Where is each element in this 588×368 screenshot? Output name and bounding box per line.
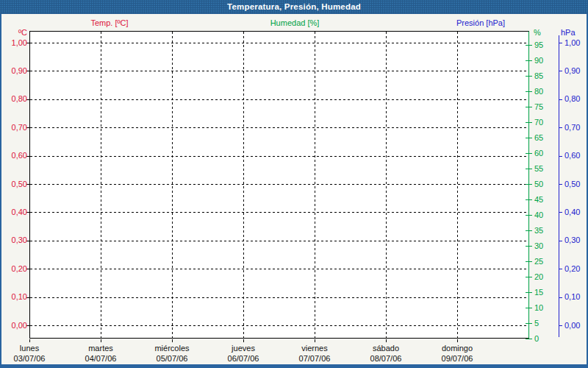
day-date-label: 07/07/06	[280, 354, 349, 364]
humidity-tick-label: 65	[534, 133, 543, 143]
pressure-tick-label: 0,60	[564, 151, 580, 160]
pressure-tick-label: 0,70	[564, 123, 580, 132]
legend-temperature: Temp. [ºC]	[65, 18, 154, 28]
pressure-tick-mark	[559, 127, 562, 128]
temp-axis-unit: ºC	[1, 28, 27, 38]
humidity-tick-mark	[526, 184, 532, 185]
day-gridline	[386, 32, 387, 339]
temp-tick-label: 0,40	[1, 208, 27, 217]
window-border-bottom	[0, 364, 588, 368]
day-gridline	[315, 32, 315, 339]
humidity-tick-label: 40	[534, 210, 543, 220]
pressure-tick-label: 0,30	[564, 236, 580, 245]
temp-tick-label: 0,20	[1, 264, 27, 274]
humidity-tick-label: 75	[534, 102, 543, 112]
humidity-tick-label: 25	[534, 257, 543, 266]
h-gridline	[30, 212, 528, 213]
day-date-label: 03/07/06	[0, 354, 64, 364]
day-name-label: domingo	[423, 344, 492, 353]
pressure-tick-mark	[559, 269, 562, 269]
humidity-tick-mark	[526, 169, 532, 169]
humidity-tick-mark	[526, 308, 532, 308]
h-gridline	[30, 127, 528, 128]
humidity-tick-mark	[526, 91, 532, 92]
pressure-tick-mark	[559, 99, 562, 100]
humidity-tick-label: 70	[534, 118, 543, 127]
h-gridline	[30, 325, 528, 326]
legend-humidity: Humedad [%]	[251, 18, 339, 28]
day-tick-mark	[457, 339, 458, 342]
day-tick-mark	[172, 339, 173, 342]
humidity-tick-label: 95	[534, 40, 543, 50]
humidity-tick-label: 10	[534, 303, 543, 313]
humidity-tick-mark	[526, 60, 532, 61]
humidity-tick-label: 30	[534, 241, 543, 251]
title-bar: Temperatura, Presión, Humedad	[0, 0, 588, 14]
humidity-tick-mark	[526, 277, 532, 277]
pressure-tick-mark	[559, 325, 562, 326]
day-date-label: 09/07/06	[423, 354, 492, 364]
pressure-tick-label: 0,90	[564, 66, 580, 76]
window-border-left	[0, 0, 1, 368]
humidity-tick-label: 80	[534, 87, 543, 96]
temp-tick-label: 0,00	[1, 321, 27, 330]
h-gridline	[30, 43, 528, 43]
humidity-tick-label: 15	[534, 288, 543, 297]
chart-window: Temperatura, Presión, Humedad Temp. [ºC]…	[0, 0, 588, 368]
day-tick-mark	[315, 339, 315, 342]
temp-tick-label: 0,10	[1, 292, 27, 302]
h-gridline	[30, 241, 528, 241]
humidity-tick-label: 45	[534, 195, 543, 205]
humidity-tick-label: 5	[534, 319, 539, 328]
pressure-tick-mark	[559, 212, 562, 213]
humidity-tick-label: 55	[534, 164, 543, 174]
humidity-tick-label: 85	[534, 71, 543, 81]
day-date-label: 06/07/06	[209, 354, 278, 364]
h-gridline	[30, 156, 528, 157]
pressure-tick-label: 0,00	[564, 321, 580, 330]
day-name-label: jueves	[209, 344, 278, 353]
pressure-tick-mark	[559, 156, 562, 157]
pressure-tick-mark	[559, 71, 562, 71]
plot-area	[29, 31, 529, 339]
humidity-tick-mark	[526, 230, 532, 231]
pressure-tick-mark	[559, 43, 562, 43]
day-name-label: miércoles	[137, 344, 207, 353]
h-gridline	[30, 184, 528, 185]
temp-tick-label: 1,00	[1, 38, 27, 48]
h-gridline	[30, 297, 528, 298]
h-gridline	[30, 269, 528, 269]
page-title: Temperatura, Presión, Humedad	[227, 2, 361, 11]
humidity-tick-mark	[526, 261, 532, 262]
day-date-label: 04/07/06	[66, 354, 135, 364]
humidity-tick-mark	[526, 122, 532, 123]
pressure-axis-unit: hPa	[561, 28, 576, 38]
h-gridline	[30, 71, 528, 71]
humidity-tick-mark	[526, 153, 532, 154]
humidity-tick-mark	[526, 199, 532, 200]
legend-pressure: Presión [hPa]	[437, 18, 525, 28]
humidity-tick-label: 35	[534, 226, 543, 236]
day-name-label: viernes	[280, 344, 349, 353]
day-name-label: lunes	[0, 344, 64, 353]
day-gridline	[243, 32, 244, 339]
pressure-tick-label: 0,40	[564, 208, 580, 217]
pressure-tick-mark	[559, 184, 562, 185]
day-date-label: 05/07/06	[137, 354, 207, 364]
temp-tick-label: 0,80	[1, 94, 27, 104]
humidity-tick-label: 50	[534, 180, 543, 189]
humidity-tick-mark	[526, 76, 532, 77]
humidity-tick-label: 0	[534, 334, 539, 344]
pressure-tick-label: 1,00	[564, 38, 580, 48]
day-tick-mark	[29, 339, 30, 342]
humidity-tick-mark	[526, 215, 532, 216]
humidity-tick-mark	[526, 339, 532, 339]
pressure-tick-label: 0,20	[564, 264, 580, 274]
pressure-tick-mark	[559, 297, 562, 298]
temp-tick-label: 0,70	[1, 123, 27, 132]
humidity-tick-mark	[526, 246, 532, 247]
humidity-tick-mark	[526, 138, 532, 138]
temp-tick-label: 0,50	[1, 180, 27, 189]
pressure-tick-label: 0,80	[564, 94, 580, 104]
humidity-tick-label: 90	[534, 56, 543, 66]
